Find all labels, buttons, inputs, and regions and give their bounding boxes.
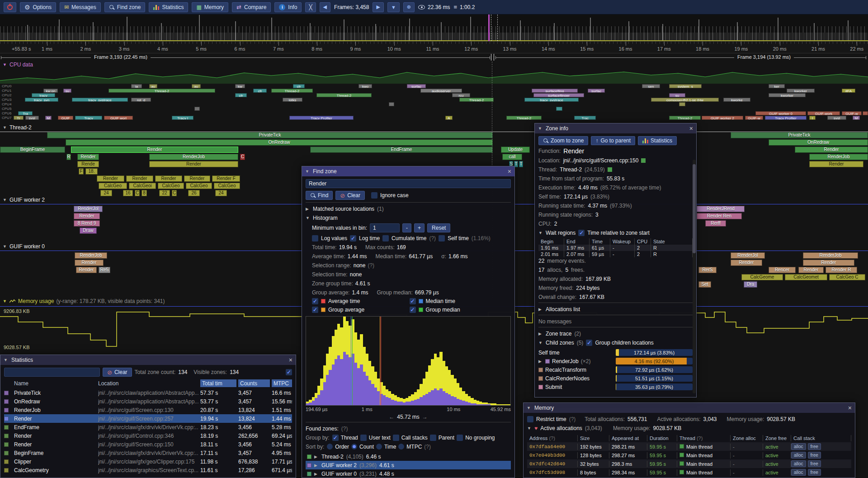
timeline-zone[interactable]: RenderJRend (697, 206, 745, 212)
matched-locations-header[interactable]: ▶Matched source locations(1) (306, 205, 511, 212)
increase-bin-button[interactable]: + (414, 223, 425, 232)
group-by-call-stacks[interactable] (393, 435, 399, 441)
cpu-zone[interactable]: lgtks (283, 98, 302, 102)
cpu-zone[interactable]: sysl (25, 116, 39, 120)
cpu-data-header[interactable]: ▼CPU data (3, 62, 33, 68)
zoom-to-zone-button[interactable]: Zoom to zone (538, 136, 588, 145)
timeline-zone[interactable]: Rencer (769, 267, 796, 273)
cpu-zone[interactable]: syst (827, 116, 846, 120)
call-stack-alloc-button[interactable]: alloc (791, 460, 806, 467)
cpu-zone[interactable] (194, 107, 200, 111)
cpu-zone[interactable]: cfr (293, 84, 305, 88)
timeline-zone[interactable]: F (79, 168, 84, 175)
cpu-zone[interactable]: GUIF worl (104, 116, 133, 120)
cpu-zone[interactable]: Tra (18, 111, 33, 115)
cpu-zone[interactable]: composer@2.1-se (Hw (651, 98, 719, 102)
cpu-zone[interactable]: GUIF-w (842, 111, 862, 115)
allocation-row[interactable]: 0x7dfc42d64032 bytes298.3 ms59.95 sMain … (527, 459, 851, 468)
cpu-zone[interactable]: M (853, 116, 860, 120)
scrollbar-thumb[interactable] (693, 164, 696, 253)
reset-button[interactable]: Reset (427, 223, 450, 232)
child-zones-header[interactable]: ▼ Child zones (5) Group children locatio… (538, 339, 693, 346)
cpu-zone[interactable]: system_s (669, 84, 702, 88)
timeline-zone[interactable]: Render (126, 175, 153, 182)
timeline-zone[interactable]: Render (731, 260, 762, 266)
timeline-zone[interactable]: EndFrame (310, 147, 493, 153)
timeline-zone[interactable]: call (502, 154, 522, 160)
cpu-zone[interactable]: tracy_syn (25, 98, 58, 102)
pan-left-icon[interactable]: ← (389, 414, 394, 420)
next-frame-button[interactable]: ▶ (373, 2, 383, 12)
cpu-zone[interactable]: rcu (452, 93, 470, 97)
collapse-icon[interactable]: ▼ (538, 231, 543, 235)
memory-usage-header[interactable]: ▼ Memory usage (y-range: 178.27 KB, visi… (3, 298, 165, 304)
timeline-zone[interactable]: C (240, 154, 245, 160)
cpu-zone[interactable] (863, 111, 868, 115)
timeline-zone[interactable]: Rerff (705, 220, 726, 227)
group-by-no-grouping[interactable] (457, 435, 463, 441)
collapse-icon[interactable]: ▼ (4, 358, 8, 362)
cpu-zone[interactable]: sen (642, 84, 660, 88)
cpu-zone[interactable]: Tracy Profiler (289, 116, 354, 120)
statistics-titlebar[interactable]: ▼ Statistics × (0, 355, 296, 365)
cpu-zone[interactable]: I (809, 116, 816, 120)
timeline-zone[interactable]: RenderJob (803, 252, 858, 259)
timeline-zone[interactable]: 24 (100, 190, 112, 196)
allocation-address[interactable]: 0x7dfaa64e00 (527, 444, 578, 450)
legend-checkbox[interactable] (410, 307, 416, 313)
cpu-zone[interactable]: Thread-2 (271, 89, 313, 93)
cpu-zone[interactable]: surfaceflinger (533, 93, 584, 97)
collapse-icon[interactable]: ▼ (3, 125, 7, 130)
column-header-mtpc[interactable]: MTPC (272, 379, 292, 387)
column-header-zone-free[interactable]: Zone free (763, 435, 791, 441)
statistics-row[interactable]: RenderJobjni/../jni/src/guif/Screen.cpp:… (4, 406, 292, 414)
legend-checkbox[interactable] (312, 307, 318, 313)
cpu-zone[interactable]: Tracy (75, 116, 102, 120)
cpu-zone[interactable]: surfac (407, 84, 426, 88)
cpu-zone[interactable]: au (192, 84, 201, 88)
call-stack-alloc-button[interactable]: alloc (791, 469, 806, 476)
timeline-zone[interactable]: Render (76, 267, 97, 273)
toolbar-button-options[interactable]: Options (20, 2, 56, 12)
cpu-zone[interactable]: GUIF worker 0 (755, 111, 806, 115)
column-header-size[interactable]: Size (578, 435, 609, 441)
child-zone-row[interactable]: Self time172.14 µs (3.83%) (538, 348, 693, 357)
timeline-zone[interactable]: Render (155, 175, 182, 182)
cpu-zone[interactable]: GUIF (58, 116, 73, 120)
cpu-zone[interactable]: tracy_systrace (72, 98, 128, 102)
timeline-zone[interactable]: Render (795, 147, 868, 153)
ignore-case-checkbox[interactable] (371, 192, 377, 199)
call-stack-alloc-button[interactable]: alloc (791, 443, 806, 450)
timeline-zone[interactable]: R (66, 154, 71, 160)
statistics-row[interactable]: BeginFramejni/../jni/src/claw/gfx/drv/vk… (4, 449, 292, 457)
timeline-zone[interactable]: CalcGeo (158, 183, 184, 189)
timeline-zone[interactable]: 24 (215, 190, 227, 196)
timeline-zone[interactable]: Render (184, 175, 210, 182)
timeline-zone[interactable]: RerS (698, 267, 717, 273)
cpu-zone[interactable] (556, 107, 562, 111)
column-header-name[interactable]: Name (14, 380, 96, 387)
group-children-checkbox[interactable] (586, 340, 592, 346)
timeline-zone[interactable]: Render Ren (697, 213, 742, 219)
timeline-zone[interactable]: BeginFrame (0, 147, 65, 153)
timeline-zone[interactable]: T (519, 161, 523, 167)
column-header-thread[interactable]: Thread (?) (677, 435, 731, 441)
power-button[interactable] (4, 2, 16, 12)
sort-by-mtpc[interactable] (398, 444, 404, 450)
timeline-zone[interactable]: RenderJol (74, 206, 103, 212)
cpu-zone[interactable]: kwo (359, 84, 372, 88)
collapse-icon[interactable]: ▼ (305, 169, 310, 174)
frame-minimap[interactable] (0, 14, 868, 42)
help-icon[interactable]: (?) (549, 435, 555, 441)
wait-region-row[interactable]: 1.91 ms1.97 ms61 µs-2R (538, 245, 693, 251)
timeline-zone[interactable]: CalcGeome (741, 274, 783, 280)
timeline-zone[interactable]: Set (698, 281, 711, 288)
statistics-row[interactable]: CalcGeometryjni/../jni/src/claw/graphics… (4, 466, 292, 474)
filter-zones-input[interactable] (4, 368, 100, 377)
cpu-zone[interactable]: GUIF-work (807, 111, 840, 115)
timeline-zone[interactable]: Render (803, 260, 854, 266)
call-stack-free-button[interactable]: free (808, 460, 821, 467)
cpu-zone[interactable]: Thread-2 (669, 116, 701, 120)
toolbar-button-compare[interactable]: Compare (232, 2, 271, 12)
timeline-zone[interactable]: OnRedraw (66, 139, 493, 146)
